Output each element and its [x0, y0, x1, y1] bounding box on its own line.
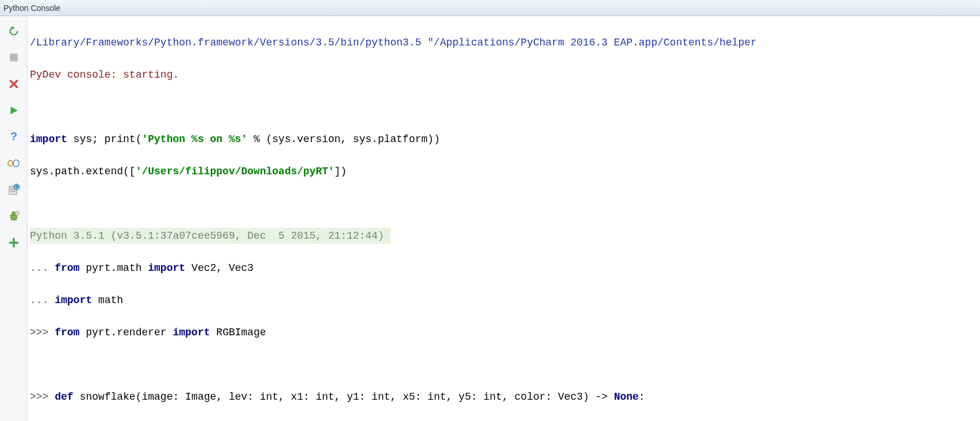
console-line: ... import math — [28, 292, 980, 308]
title-bar: Python Console — [0, 0, 980, 16]
console-line: /Library/Frameworks/Python.framework/Ver… — [28, 35, 980, 51]
console-line: ... from pyrt.math import Vec2, Vec3 — [28, 260, 980, 276]
variables-icon — [7, 158, 20, 169]
console-line: sys.path.extend(['/Users/filippov/Downlo… — [28, 163, 980, 179]
main-area: ? — [0, 16, 980, 421]
svg-point-3 — [13, 160, 19, 167]
svg-text:?: ? — [10, 131, 17, 143]
console-line: Python 3.5.1 (v3.5.1:37a07cee5969, Dec 5… — [28, 228, 980, 244]
svg-point-9 — [16, 213, 17, 214]
close-button[interactable] — [5, 75, 23, 93]
rerun-icon — [7, 25, 20, 37]
console-line: >>> from pyrt.renderer import RGBImage — [28, 324, 980, 340]
console-line: import sys; print('Python %s on %s' % (s… — [28, 131, 980, 147]
stop-icon — [9, 52, 19, 63]
variables-button[interactable] — [5, 154, 23, 173]
bug-icon — [7, 210, 20, 223]
svg-point-2 — [8, 160, 13, 166]
help-button[interactable]: ? — [5, 128, 23, 146]
console-line: >>> def snowflake(image: Image, lev: int… — [28, 389, 980, 405]
console-line — [28, 357, 980, 373]
new-console-button[interactable] — [5, 234, 23, 252]
play-icon — [9, 105, 19, 116]
console-line: PyDev console: starting. — [28, 67, 980, 83]
plus-icon — [9, 238, 19, 248]
history-button[interactable] — [5, 181, 23, 199]
history-icon — [7, 183, 20, 196]
svg-rect-0 — [10, 53, 18, 62]
help-icon: ? — [8, 131, 20, 143]
console-output[interactable]: /Library/Frameworks/Python.framework/Ver… — [28, 16, 980, 421]
debug-button[interactable] — [5, 207, 23, 225]
window-title: Python Console — [3, 3, 60, 13]
stop-button[interactable] — [5, 48, 23, 67]
execute-button[interactable] — [5, 101, 23, 120]
console-toolbar: ? — [0, 16, 28, 421]
console-line — [28, 196, 980, 212]
console-line — [28, 99, 980, 115]
rerun-button[interactable] — [5, 22, 23, 40]
close-icon — [9, 79, 19, 89]
